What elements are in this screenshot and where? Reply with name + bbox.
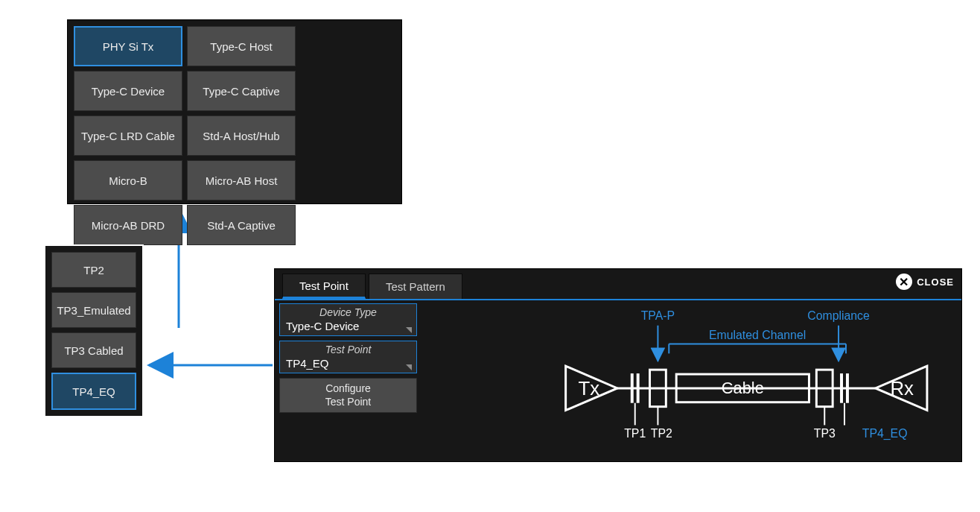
tab-test-pattern[interactable]: Test Pattern	[369, 274, 462, 299]
device-type-option[interactable]: Std-A Host/Hub	[187, 116, 296, 156]
device-type-option[interactable]: Micro-B	[74, 160, 182, 200]
device-type-option[interactable]: Type-C Host	[187, 26, 296, 66]
close-icon: ✕	[896, 274, 912, 290]
signal-path-diagram: TPA-P Compliance Emulated Channel Tx	[424, 303, 957, 457]
panel-accent-divider	[275, 299, 961, 300]
tp3-label: TP3	[814, 427, 836, 440]
emulated-channel-label: Emulated Channel	[709, 329, 806, 341]
tab-test-point[interactable]: Test Point	[282, 274, 366, 299]
cable-label: Cable	[722, 379, 764, 397]
device-type-option[interactable]: Micro-AB DRD	[74, 205, 182, 245]
svg-rect-15	[846, 373, 849, 403]
test-point-option[interactable]: TP2	[51, 252, 136, 288]
device-type-combo-value[interactable]: Type-C Device	[280, 318, 416, 335]
tp2-label: TP2	[651, 427, 672, 440]
svg-rect-14	[840, 373, 843, 403]
test-point-popup: TP2TP3_EmulatedTP3 CabledTP4_EQ	[44, 244, 144, 417]
device-type-option[interactable]: Std-A Captive	[187, 205, 296, 245]
tp1-label: TP1	[624, 427, 646, 440]
device-type-combo[interactable]: Device Type Type-C Device	[279, 303, 417, 336]
configure-test-point-button[interactable]: ConfigureTest Point	[279, 378, 417, 413]
compliance-label: Compliance	[807, 309, 870, 322]
test-point-option[interactable]: TP4_EQ	[51, 373, 136, 410]
device-type-popup: PHY Si TxType-C HostType-C DeviceType-C …	[66, 18, 404, 206]
test-point-panel: Test Point Test Pattern ✕ CLOSE Device T…	[274, 268, 962, 462]
test-point-combo[interactable]: Test Point TP4_EQ	[279, 341, 417, 373]
svg-rect-6	[631, 373, 634, 403]
device-type-option[interactable]: Type-C Captive	[187, 71, 296, 111]
test-point-option[interactable]: TP3_Emulated	[51, 292, 136, 328]
panel-tabs: Test Point Test Pattern	[275, 269, 961, 299]
device-type-option[interactable]: Micro-AB Host	[187, 160, 296, 200]
tx-label: Tx	[578, 378, 599, 399]
test-point-option[interactable]: TP3 Cabled	[51, 332, 136, 368]
close-label: CLOSE	[917, 276, 954, 288]
test-point-combo-value[interactable]: TP4_EQ	[280, 355, 416, 373]
rx-label: Rx	[890, 378, 914, 399]
device-type-option[interactable]: Type-C Device	[74, 71, 182, 111]
device-type-option[interactable]: Type-C LRD Cable	[74, 116, 182, 156]
device-type-combo-label: Device Type	[280, 304, 416, 318]
tpa-p-label: TPA-P	[641, 309, 675, 322]
test-point-combo-label: Test Point	[280, 341, 416, 355]
close-button[interactable]: ✕ CLOSE	[896, 274, 954, 290]
tp4-eq-label: TP4_EQ	[862, 427, 908, 440]
panel-sidebar: Device Type Type-C Device Test Point TP4…	[279, 303, 417, 413]
svg-rect-7	[637, 373, 640, 403]
device-type-option[interactable]: PHY Si Tx	[74, 26, 182, 66]
